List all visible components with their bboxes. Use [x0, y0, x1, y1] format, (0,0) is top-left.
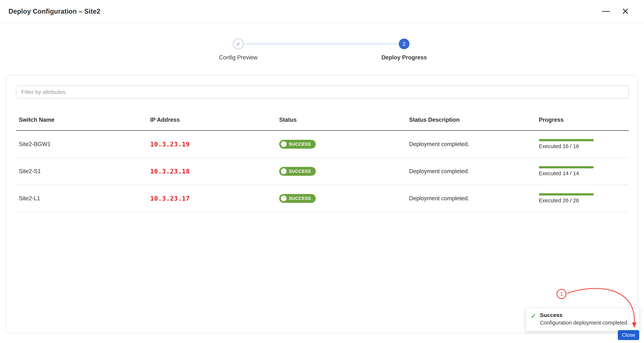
progress-label: Executed 14 / 14: [539, 170, 629, 176]
stepper-connector: [244, 44, 399, 44]
step-label-config-preview: Config Preview: [219, 54, 258, 61]
status-text: SUCCESS: [289, 142, 311, 147]
progress-label: Executed 26 / 26: [539, 198, 629, 204]
status-description: Deployment completed.: [409, 195, 539, 202]
deploy-progress-panel: Switch Name IP Address Status Status Des…: [6, 75, 638, 333]
toast-title: Success: [540, 312, 628, 318]
progress-bar: [539, 193, 594, 195]
progress-bar: [539, 166, 594, 168]
switch-name: Site2-BGW1: [19, 141, 150, 148]
status-dot-icon: [281, 195, 286, 201]
progress-cell: Executed 26 / 26: [539, 193, 629, 204]
col-header-progress: Progress: [539, 117, 629, 123]
ip-address: 10.3.23.19: [150, 140, 279, 148]
status-dot-icon: [281, 168, 286, 174]
step-complete-check-icon: ✓: [236, 41, 240, 47]
progress-label: Executed 16 / 16: [539, 143, 629, 149]
status-badge: SUCCESS: [279, 167, 316, 176]
filter-input[interactable]: [16, 86, 629, 98]
col-header-switch-name: Switch Name: [19, 117, 150, 123]
window-controls: ✕: [602, 7, 629, 16]
minimize-icon[interactable]: [602, 11, 610, 12]
switch-name: Site2-S1: [19, 168, 150, 175]
table-row: Site2-BGW1 10.3.23.19 SUCCESS Deployment…: [16, 131, 629, 158]
step-config-preview[interactable]: ✓: [233, 38, 244, 49]
ip-address: 10.3.23.18: [150, 168, 279, 175]
table-header-row: Switch Name IP Address Status Status Des…: [16, 109, 629, 131]
status-description: Deployment completed.: [409, 168, 539, 175]
switch-table: Switch Name IP Address Status Status Des…: [16, 109, 629, 212]
step-number: 2: [403, 41, 406, 47]
status-dot-icon: [281, 141, 286, 147]
dialog-titlebar: Deploy Configuration – Site2 ✕: [0, 0, 644, 23]
close-icon[interactable]: ✕: [622, 7, 629, 16]
toast-success: ✓ Success Configuration deployment compl…: [526, 308, 640, 331]
progress-cell: Executed 16 / 16: [539, 139, 629, 149]
close-button[interactable]: Close: [618, 330, 639, 340]
progress-bar-fill: [539, 193, 594, 195]
status-text: SUCCESS: [289, 196, 311, 201]
step-label-deploy-progress: Deploy Progress: [382, 54, 427, 61]
annotation-number: 1: [560, 291, 563, 297]
table-row: Site2-S1 10.3.23.18 SUCCESS Deployment c…: [16, 158, 629, 185]
annotation-step-marker: 1: [556, 289, 566, 299]
progress-bar-fill: [539, 139, 594, 141]
status-description: Deployment completed.: [409, 141, 539, 148]
dialog-title: Deploy Configuration – Site2: [8, 7, 100, 15]
table-row: Site2-L1 10.3.23.17 SUCCESS Deployment c…: [16, 185, 629, 212]
status-badge: SUCCESS: [279, 194, 316, 203]
toast-check-icon: ✓: [531, 313, 536, 320]
progress-bar-fill: [539, 166, 594, 168]
ip-address: 10.3.23.17: [150, 195, 279, 202]
status-text: SUCCESS: [289, 169, 311, 174]
step-deploy-progress[interactable]: 2: [399, 38, 410, 49]
toast-body: Success Configuration deployment complet…: [540, 312, 628, 326]
status-badge: SUCCESS: [279, 140, 316, 149]
col-header-ip-address: IP Address: [150, 117, 279, 123]
toast-message: Configuration deployment completed.: [540, 320, 628, 326]
progress-bar: [539, 139, 594, 141]
progress-cell: Executed 14 / 14: [539, 166, 629, 176]
col-header-status: Status: [279, 117, 409, 123]
switch-name: Site2-L1: [19, 195, 150, 202]
col-header-status-description: Status Description: [409, 117, 539, 123]
